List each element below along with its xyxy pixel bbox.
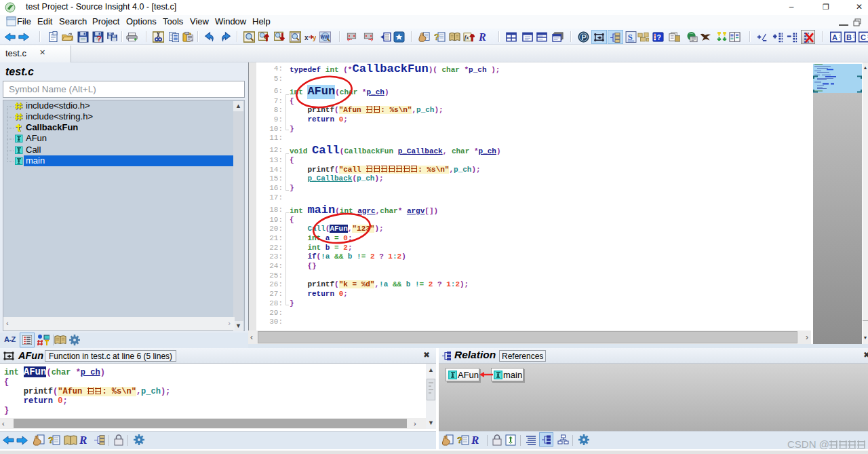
svg-text:R: R (79, 434, 87, 446)
svg-text:S: S (628, 33, 633, 42)
svg-text:WW: WW (320, 35, 329, 39)
svg-text:x: x (304, 34, 309, 41)
svg-text:C: C (861, 33, 866, 41)
svg-text:B: B (846, 33, 852, 41)
svg-text:?: ? (657, 34, 661, 41)
svg-text:?: ? (457, 435, 462, 445)
svg-text:P: P (581, 33, 587, 41)
svg-text:fx: fx (465, 35, 469, 41)
svg-text:R: R (479, 31, 486, 43)
svg-text:?: ? (96, 34, 101, 43)
svg-text:?: ? (48, 435, 54, 445)
svg-text:R: R (471, 434, 479, 446)
svg-text:?: ? (434, 32, 439, 42)
svg-text:A: A (832, 33, 837, 41)
svg-text:y: y (313, 34, 316, 41)
